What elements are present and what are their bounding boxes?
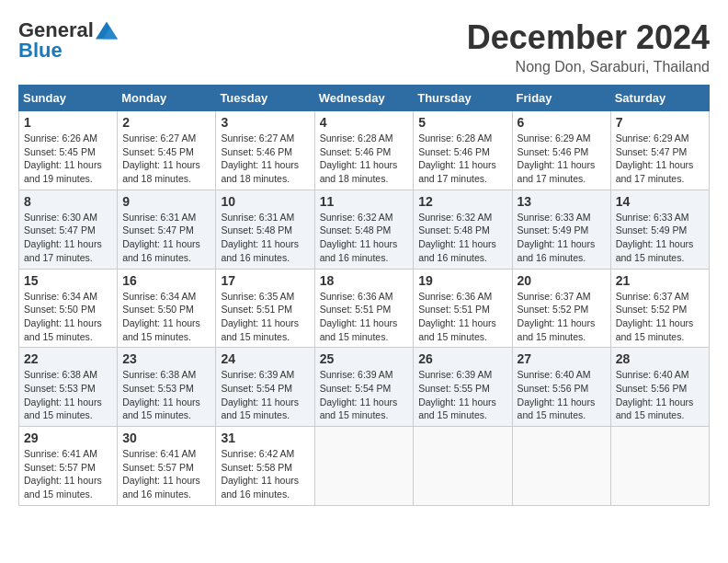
day-number: 26: [418, 351, 506, 366]
calendar-cell: 29Sunrise: 6:41 AM Sunset: 5:57 PM Dayli…: [19, 427, 118, 506]
calendar-cell: 10Sunrise: 6:31 AM Sunset: 5:48 PM Dayli…: [216, 190, 314, 269]
day-detail: Sunrise: 6:28 AM Sunset: 5:46 PM Dayligh…: [320, 132, 409, 186]
day-number: 13: [518, 194, 606, 209]
page-header: General Blue December 2024 Nong Don, Sar…: [18, 18, 710, 75]
location-subtitle: Nong Don, Saraburi, Thailand: [467, 59, 710, 75]
day-number: 17: [221, 273, 309, 288]
day-number: 2: [122, 115, 210, 130]
calendar-cell: [610, 427, 709, 506]
day-number: 18: [320, 273, 409, 288]
day-detail: Sunrise: 6:38 AM Sunset: 5:53 PM Dayligh…: [24, 368, 112, 422]
logo-icon: [96, 21, 118, 40]
day-number: 7: [616, 115, 704, 130]
calendar-cell: 30Sunrise: 6:41 AM Sunset: 5:57 PM Dayli…: [118, 427, 216, 506]
day-detail: Sunrise: 6:37 AM Sunset: 5:52 PM Dayligh…: [616, 290, 704, 344]
day-detail: Sunrise: 6:33 AM Sunset: 5:49 PM Dayligh…: [518, 211, 606, 265]
day-number: 14: [616, 194, 704, 209]
weekday-header-thursday: Thursday: [414, 86, 512, 111]
calendar-cell: 23Sunrise: 6:38 AM Sunset: 5:53 PM Dayli…: [118, 348, 216, 427]
day-number: 21: [616, 273, 704, 288]
day-detail: Sunrise: 6:38 AM Sunset: 5:53 PM Dayligh…: [122, 368, 210, 422]
day-number: 24: [221, 351, 309, 366]
day-detail: Sunrise: 6:39 AM Sunset: 5:55 PM Dayligh…: [418, 368, 506, 422]
calendar-cell: 7Sunrise: 6:29 AM Sunset: 5:47 PM Daylig…: [610, 111, 709, 190]
day-number: 16: [122, 273, 210, 288]
day-detail: Sunrise: 6:36 AM Sunset: 5:51 PM Dayligh…: [320, 290, 409, 344]
calendar-cell: 15Sunrise: 6:34 AM Sunset: 5:50 PM Dayli…: [19, 269, 118, 348]
calendar-cell: 11Sunrise: 6:32 AM Sunset: 5:48 PM Dayli…: [314, 190, 414, 269]
day-detail: Sunrise: 6:29 AM Sunset: 5:46 PM Dayligh…: [518, 132, 606, 186]
day-number: 25: [320, 351, 409, 366]
calendar-header-row: SundayMondayTuesdayWednesdayThursdayFrid…: [19, 86, 710, 111]
day-number: 20: [518, 273, 606, 288]
day-number: 8: [24, 194, 112, 209]
logo-blue-text: Blue: [18, 39, 63, 63]
day-detail: Sunrise: 6:41 AM Sunset: 5:57 PM Dayligh…: [24, 447, 112, 501]
calendar-cell: 8Sunrise: 6:30 AM Sunset: 5:47 PM Daylig…: [19, 190, 118, 269]
day-detail: Sunrise: 6:26 AM Sunset: 5:45 PM Dayligh…: [24, 132, 112, 186]
calendar-cell: 22Sunrise: 6:38 AM Sunset: 5:53 PM Dayli…: [19, 348, 118, 427]
day-detail: Sunrise: 6:36 AM Sunset: 5:51 PM Dayligh…: [418, 290, 506, 344]
day-number: 15: [24, 273, 112, 288]
day-detail: Sunrise: 6:32 AM Sunset: 5:48 PM Dayligh…: [418, 211, 506, 265]
calendar-cell: 9Sunrise: 6:31 AM Sunset: 5:47 PM Daylig…: [118, 190, 216, 269]
day-detail: Sunrise: 6:41 AM Sunset: 5:57 PM Dayligh…: [122, 447, 210, 501]
weekday-header-wednesday: Wednesday: [314, 86, 414, 111]
calendar-cell: 20Sunrise: 6:37 AM Sunset: 5:52 PM Dayli…: [512, 269, 610, 348]
day-number: 6: [518, 115, 606, 130]
weekday-header-tuesday: Tuesday: [216, 86, 314, 111]
day-detail: Sunrise: 6:40 AM Sunset: 5:56 PM Dayligh…: [518, 368, 606, 422]
day-detail: Sunrise: 6:31 AM Sunset: 5:47 PM Dayligh…: [122, 211, 210, 265]
day-number: 23: [122, 351, 210, 366]
calendar-cell: [512, 427, 610, 506]
day-detail: Sunrise: 6:39 AM Sunset: 5:54 PM Dayligh…: [320, 368, 409, 422]
title-block: December 2024 Nong Don, Saraburi, Thaila…: [467, 18, 710, 75]
day-detail: Sunrise: 6:34 AM Sunset: 5:50 PM Dayligh…: [24, 290, 112, 344]
day-detail: Sunrise: 6:40 AM Sunset: 5:56 PM Dayligh…: [616, 368, 704, 422]
calendar-week-row: 8Sunrise: 6:30 AM Sunset: 5:47 PM Daylig…: [19, 190, 710, 269]
day-number: 1: [24, 115, 112, 130]
weekday-header-saturday: Saturday: [610, 86, 709, 111]
day-detail: Sunrise: 6:27 AM Sunset: 5:46 PM Dayligh…: [221, 132, 309, 186]
day-number: 27: [518, 351, 606, 366]
day-number: 10: [221, 194, 309, 209]
day-number: 31: [221, 431, 309, 445]
calendar-cell: 19Sunrise: 6:36 AM Sunset: 5:51 PM Dayli…: [414, 269, 512, 348]
calendar-cell: 27Sunrise: 6:40 AM Sunset: 5:56 PM Dayli…: [512, 348, 610, 427]
month-year-title: December 2024: [467, 18, 710, 57]
calendar-cell: 3Sunrise: 6:27 AM Sunset: 5:46 PM Daylig…: [216, 111, 314, 190]
weekday-header-friday: Friday: [512, 86, 610, 111]
day-number: 12: [418, 194, 506, 209]
day-number: 29: [24, 431, 112, 445]
calendar-cell: 4Sunrise: 6:28 AM Sunset: 5:46 PM Daylig…: [314, 111, 414, 190]
calendar-cell: 12Sunrise: 6:32 AM Sunset: 5:48 PM Dayli…: [414, 190, 512, 269]
day-detail: Sunrise: 6:27 AM Sunset: 5:45 PM Dayligh…: [122, 132, 210, 186]
calendar-week-row: 22Sunrise: 6:38 AM Sunset: 5:53 PM Dayli…: [19, 348, 710, 427]
day-detail: Sunrise: 6:42 AM Sunset: 5:58 PM Dayligh…: [221, 447, 309, 501]
calendar-cell: 26Sunrise: 6:39 AM Sunset: 5:55 PM Dayli…: [414, 348, 512, 427]
weekday-header-sunday: Sunday: [19, 86, 118, 111]
day-number: 30: [122, 431, 210, 445]
calendar-cell: 31Sunrise: 6:42 AM Sunset: 5:58 PM Dayli…: [216, 427, 314, 506]
day-number: 4: [320, 115, 409, 130]
day-detail: Sunrise: 6:31 AM Sunset: 5:48 PM Dayligh…: [221, 211, 309, 265]
calendar-week-row: 29Sunrise: 6:41 AM Sunset: 5:57 PM Dayli…: [19, 427, 710, 506]
day-number: 9: [122, 194, 210, 209]
day-number: 19: [418, 273, 506, 288]
calendar-cell: 14Sunrise: 6:33 AM Sunset: 5:49 PM Dayli…: [610, 190, 709, 269]
day-detail: Sunrise: 6:33 AM Sunset: 5:49 PM Dayligh…: [616, 211, 704, 265]
day-number: 5: [418, 115, 506, 130]
day-detail: Sunrise: 6:39 AM Sunset: 5:54 PM Dayligh…: [221, 368, 309, 422]
calendar-cell: 16Sunrise: 6:34 AM Sunset: 5:50 PM Dayli…: [118, 269, 216, 348]
day-detail: Sunrise: 6:29 AM Sunset: 5:47 PM Dayligh…: [616, 132, 704, 186]
day-detail: Sunrise: 6:34 AM Sunset: 5:50 PM Dayligh…: [122, 290, 210, 344]
day-detail: Sunrise: 6:35 AM Sunset: 5:51 PM Dayligh…: [221, 290, 309, 344]
calendar-cell: 28Sunrise: 6:40 AM Sunset: 5:56 PM Dayli…: [610, 348, 709, 427]
calendar-cell: 2Sunrise: 6:27 AM Sunset: 5:45 PM Daylig…: [118, 111, 216, 190]
calendar-cell: [414, 427, 512, 506]
calendar-table: SundayMondayTuesdayWednesdayThursdayFrid…: [18, 85, 710, 506]
day-number: 28: [616, 351, 704, 366]
calendar-week-row: 15Sunrise: 6:34 AM Sunset: 5:50 PM Dayli…: [19, 269, 710, 348]
calendar-cell: 18Sunrise: 6:36 AM Sunset: 5:51 PM Dayli…: [314, 269, 414, 348]
day-number: 3: [221, 115, 309, 130]
